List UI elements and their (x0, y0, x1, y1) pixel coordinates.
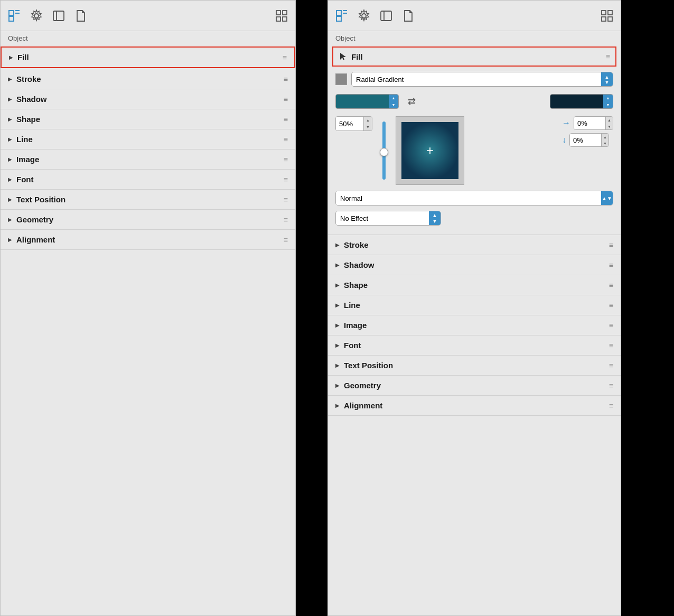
percentage-arrows[interactable]: ▲ ▼ (363, 117, 372, 130)
right-shadow-triangle-icon: ▶ (335, 262, 340, 268)
percentage-up-arrow[interactable]: ▲ (364, 117, 372, 124)
gear-icon[interactable] (29, 8, 44, 23)
left-shadow-section[interactable]: ▶ Shadow ≡ (1, 89, 295, 109)
x-up-arrow[interactable]: ▲ (606, 117, 613, 123)
layout-icon[interactable] (7, 8, 22, 23)
left-font-section[interactable]: ▶ Font ≡ (1, 170, 295, 190)
left-stroke-section[interactable]: ▶ Stroke ≡ (1, 69, 295, 89)
effect-arrow[interactable]: ▲ ▼ (429, 211, 441, 225)
right-document-icon[interactable] (401, 8, 416, 23)
right-layout-icon[interactable] (334, 8, 349, 23)
right-line-menu-icon[interactable]: ≡ (609, 301, 613, 310)
font-menu-icon[interactable]: ≡ (284, 175, 288, 184)
y-offset-arrows[interactable]: ▲ ▼ (601, 134, 609, 146)
right-gear-icon[interactable] (357, 8, 371, 23)
left-toolbar (1, 1, 295, 31)
right-color-down-arrow[interactable]: ▼ (603, 101, 613, 108)
right-text-position-section[interactable]: ▶ Text Position ≡ (328, 356, 621, 376)
left-geometry-section[interactable]: ▶ Geometry ≡ (1, 210, 295, 230)
right-alignment-section[interactable]: ▶ Alignment ≡ (328, 396, 621, 416)
text-position-triangle-icon: ▶ (8, 197, 12, 202)
right-color-up-arrow[interactable]: ▲ (603, 95, 613, 101)
right-sidebar-icon[interactable] (379, 8, 394, 23)
right-grid-icon[interactable] (600, 8, 614, 23)
left-color-up-arrow[interactable]: ▲ (389, 95, 398, 101)
grid-icon[interactable] (274, 8, 289, 23)
right-color-bar-arrows[interactable]: ▲ ▼ (603, 95, 613, 108)
percentage-down-arrow[interactable]: ▼ (364, 124, 372, 130)
left-color-down-arrow[interactable]: ▼ (389, 101, 398, 108)
document-icon[interactable] (73, 8, 88, 23)
blend-mode-row: Normal ▲ ▼ (328, 188, 621, 208)
left-shape-section[interactable]: ▶ Shape ≡ (1, 109, 295, 129)
sidebar-icon[interactable] (51, 8, 66, 23)
right-panel: Object Fill ≡ Radial Gradient (327, 0, 621, 616)
left-color-bar-fill (336, 95, 389, 108)
gradient-slider-thumb[interactable] (380, 148, 388, 156)
right-shadow-section[interactable]: ▶ Shadow ≡ (328, 255, 621, 275)
image-menu-icon[interactable]: ≡ (284, 155, 288, 164)
left-alignment-section[interactable]: ▶ Alignment ≡ (1, 230, 295, 250)
left-line-label: Line (16, 135, 33, 144)
effect-dropdown[interactable]: No Effect ▲ ▼ (335, 211, 441, 226)
percentage-input[interactable]: 50% ▲ ▼ (335, 116, 372, 131)
y-offset-input[interactable]: 0% ▲ ▼ (569, 133, 609, 147)
gradient-slider-container[interactable] (378, 116, 390, 185)
right-font-menu-icon[interactable]: ≡ (609, 341, 613, 350)
right-text-position-menu-icon[interactable]: ≡ (609, 361, 613, 370)
x-offset-input[interactable]: 0% ▲ ▼ (574, 116, 613, 130)
shadow-menu-icon[interactable]: ≡ (284, 95, 288, 104)
y-down-arrow[interactable]: ▼ (602, 140, 609, 146)
swap-colors-button[interactable]: ⇄ (403, 93, 420, 110)
left-color-bar-arrows[interactable]: ▲ ▼ (389, 95, 398, 108)
right-font-section[interactable]: ▶ Font ≡ (328, 335, 621, 356)
left-fill-section[interactable]: ▶ Fill ≡ (1, 46, 295, 68)
fill-menu-icon[interactable]: ≡ (283, 53, 287, 62)
blend-mode-dropdown[interactable]: Normal ▲ ▼ (335, 191, 613, 206)
stroke-menu-icon[interactable]: ≡ (284, 75, 288, 83)
right-shape-menu-icon[interactable]: ≡ (609, 281, 613, 290)
gradient-type-dropdown[interactable]: Radial Gradient ▲ ▼ (351, 72, 613, 87)
text-position-menu-icon[interactable]: ≡ (284, 195, 288, 204)
y-offset-value: 0% (570, 134, 601, 146)
gradient-type-arrow[interactable]: ▲ ▼ (601, 72, 613, 87)
right-font-label: Font (344, 341, 361, 350)
svg-rect-19 (608, 11, 612, 15)
svg-rect-11 (336, 11, 341, 15)
right-image-section[interactable]: ▶ Image ≡ (328, 315, 621, 335)
right-fill-header[interactable]: Fill ≡ (332, 46, 616, 67)
right-geometry-section[interactable]: ▶ Geometry ≡ (328, 376, 621, 396)
gradient-preview-box[interactable]: + (396, 116, 464, 185)
right-stroke-section[interactable]: ▶ Stroke ≡ (328, 235, 621, 255)
svg-rect-9 (276, 17, 280, 21)
x-offset-arrows[interactable]: ▲ ▼ (605, 117, 613, 129)
right-fill-menu-icon[interactable]: ≡ (606, 52, 610, 61)
shape-menu-icon[interactable]: ≡ (284, 115, 288, 124)
left-line-section[interactable]: ▶ Line ≡ (1, 129, 295, 150)
alignment-menu-icon[interactable]: ≡ (284, 236, 288, 244)
line-menu-icon[interactable]: ≡ (284, 135, 288, 144)
right-geometry-menu-icon[interactable]: ≡ (609, 381, 613, 390)
right-shape-section[interactable]: ▶ Shape ≡ (328, 275, 621, 295)
right-fill-label: Fill (351, 52, 363, 61)
left-image-section[interactable]: ▶ Image ≡ (1, 150, 295, 170)
right-alignment-menu-icon[interactable]: ≡ (609, 402, 613, 410)
right-color-bar-fill (550, 95, 603, 108)
left-text-position-section[interactable]: ▶ Text Position ≡ (1, 190, 295, 210)
font-triangle-icon: ▶ (8, 176, 12, 182)
right-stroke-menu-icon[interactable]: ≡ (609, 241, 613, 249)
blend-mode-arrow[interactable]: ▲ ▼ (601, 191, 613, 205)
geometry-menu-icon[interactable]: ≡ (284, 216, 288, 224)
y-up-arrow[interactable]: ▲ (602, 134, 609, 140)
right-line-section[interactable]: ▶ Line ≡ (328, 295, 621, 315)
x-down-arrow[interactable]: ▼ (606, 123, 613, 129)
left-color-bar[interactable]: ▲ ▼ (335, 94, 399, 109)
left-fill-label: Fill (17, 53, 29, 62)
left-object-label: Object (1, 31, 295, 45)
right-shadow-menu-icon[interactable]: ≡ (609, 261, 613, 269)
svg-rect-0 (9, 11, 14, 15)
right-image-menu-icon[interactable]: ≡ (609, 321, 613, 330)
svg-rect-21 (608, 17, 612, 21)
svg-point-4 (34, 14, 39, 18)
right-color-bar[interactable]: ▲ ▼ (550, 94, 613, 109)
